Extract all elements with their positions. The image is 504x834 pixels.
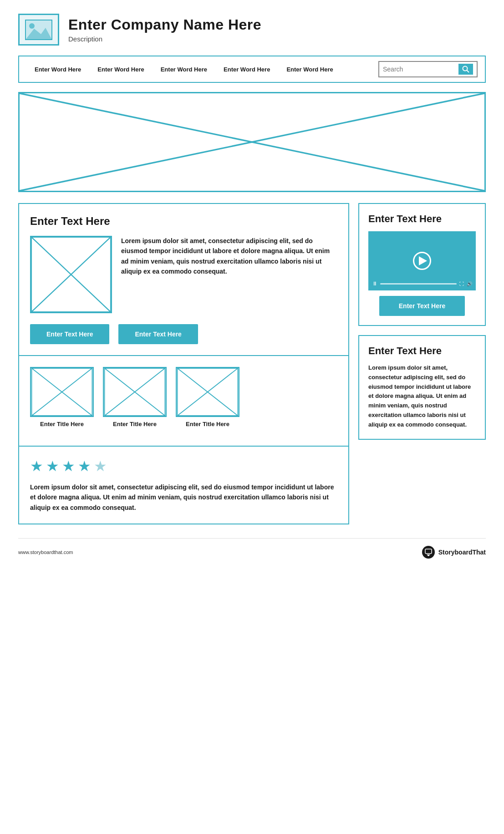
gallery-card: Enter Title Here Enter Title Here xyxy=(18,356,349,447)
pause-icon[interactable]: ⏸ xyxy=(372,280,377,287)
video-container: ⏸ ⛶ 🔊 xyxy=(368,231,476,290)
star-5: ★ xyxy=(94,458,107,475)
search-button[interactable] xyxy=(458,64,473,75)
star-3: ★ xyxy=(62,458,75,475)
gallery-item-3: Enter Title Here xyxy=(176,367,239,427)
brand-icon xyxy=(422,546,435,559)
footer: www.storyboardthat.com StoryboardThat xyxy=(18,538,486,559)
hero-banner xyxy=(18,92,486,192)
hero-placeholder-icon xyxy=(20,93,484,191)
svg-point-2 xyxy=(29,23,35,29)
star-1: ★ xyxy=(30,458,43,475)
volume-icon[interactable]: 🔊 xyxy=(467,281,472,286)
svg-marker-25 xyxy=(427,554,430,556)
nav-item-4[interactable]: Enter Word Here xyxy=(215,66,278,73)
video-controls: ⏸ ⛶ 🔊 xyxy=(372,280,472,287)
card-body-text: Lorem ipsum dolor sit amet, consectetur … xyxy=(121,236,337,277)
gallery-title-2: Enter Title Here xyxy=(113,421,157,427)
search-box xyxy=(378,61,478,77)
left-column: Enter Text Here Lorem ipsum dolor sit am… xyxy=(18,203,349,524)
gallery-title-3: Enter Title Here xyxy=(186,421,229,427)
video-card: Enter Text Here ⏸ ⛶ 🔊 Enter Text Here xyxy=(358,203,486,326)
logo-box xyxy=(18,14,59,46)
play-icon xyxy=(419,256,427,265)
text-card-title: Enter Text Here xyxy=(368,345,476,357)
review-text: Lorem ipsum dolor sit amet, consectetur … xyxy=(30,482,337,513)
company-description: Description xyxy=(68,35,261,43)
search-icon xyxy=(462,66,469,73)
card-content: Lorem ipsum dolor sit amet, consectetur … xyxy=(30,236,337,313)
svg-point-3 xyxy=(463,66,468,71)
logo-image-icon xyxy=(25,20,52,40)
footer-url: www.storyboardthat.com xyxy=(18,549,73,555)
nav-item-3[interactable]: Enter Word Here xyxy=(153,66,215,73)
gallery-image-3 xyxy=(176,367,239,417)
gallery-item-2: Enter Title Here xyxy=(103,367,167,427)
navbar: Enter Word Here Enter Word Here Enter Wo… xyxy=(18,56,486,83)
card-image-icon xyxy=(31,237,111,312)
gallery-title-1: Enter Title Here xyxy=(40,421,84,427)
gallery-image-icon-1 xyxy=(31,368,93,416)
svg-rect-24 xyxy=(425,549,432,554)
star-4: ★ xyxy=(78,458,91,475)
nav-item-1[interactable]: Enter Word Here xyxy=(26,66,89,73)
header-text: Enter Company Name Here Description xyxy=(68,16,261,43)
top-card: Enter Text Here Lorem ipsum dolor sit am… xyxy=(18,203,349,356)
gallery-image-1 xyxy=(30,367,94,417)
card-buttons: Enter Text Here Enter Text Here xyxy=(30,324,337,344)
card-button-2[interactable]: Enter Text Here xyxy=(118,324,198,344)
review-card: ★ ★ ★ ★ ★ Lorem ipsum dolor sit amet, co… xyxy=(18,447,349,524)
star-2: ★ xyxy=(46,458,59,475)
gallery-image-icon-2 xyxy=(104,368,166,416)
search-input[interactable] xyxy=(383,66,456,73)
brand-name: StoryboardThat xyxy=(438,549,486,556)
video-card-title: Enter Text Here xyxy=(368,213,476,225)
card-button-1[interactable]: Enter Text Here xyxy=(30,324,109,344)
header: Enter Company Name Here Description xyxy=(18,9,486,50)
main-content: Enter Text Here Lorem ipsum dolor sit am… xyxy=(18,203,486,524)
right-column: Enter Text Here ⏸ ⛶ 🔊 Enter Text Here xyxy=(358,203,486,440)
video-card-button[interactable]: Enter Text Here xyxy=(379,296,465,316)
nav-items: Enter Word Here Enter Word Here Enter Wo… xyxy=(26,66,378,73)
fullscreen-icon[interactable]: ⛶ xyxy=(459,281,464,286)
svg-line-4 xyxy=(467,71,469,73)
play-button[interactable] xyxy=(413,252,431,270)
card-image-placeholder xyxy=(30,236,112,313)
text-card: Enter Text Here Lorem ipsum dolor sit am… xyxy=(358,335,486,440)
top-card-title: Enter Text Here xyxy=(30,215,337,228)
gallery-image-icon-3 xyxy=(177,368,239,416)
gallery-grid: Enter Title Here Enter Title Here xyxy=(30,367,337,427)
text-card-body: Lorem ipsum dolor sit amet, consectetur … xyxy=(368,363,476,430)
gallery-item-1: Enter Title Here xyxy=(30,367,94,427)
storyboardthat-icon xyxy=(424,548,433,556)
company-name: Enter Company Name Here xyxy=(68,16,261,33)
nav-item-5[interactable]: Enter Word Here xyxy=(278,66,341,73)
footer-brand: StoryboardThat xyxy=(422,546,486,559)
video-progress-bar[interactable] xyxy=(380,283,457,285)
stars: ★ ★ ★ ★ ★ xyxy=(30,458,337,475)
gallery-image-2 xyxy=(103,367,167,417)
nav-item-2[interactable]: Enter Word Here xyxy=(89,66,152,73)
